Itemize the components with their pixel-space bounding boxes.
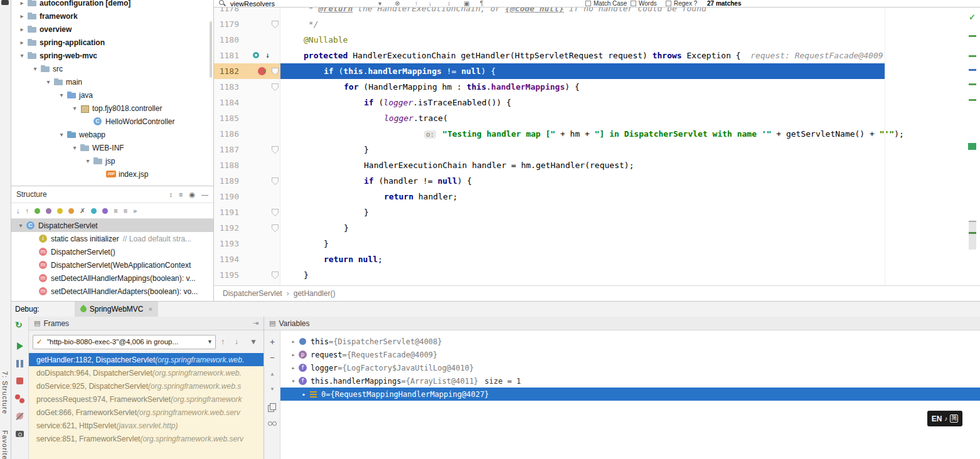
chevron-down-icon[interactable]: ▾: [31, 65, 40, 72]
line-number[interactable]: 1188: [214, 157, 239, 173]
editor-scrollbar[interactable]: [969, 221, 976, 250]
search-options-icon[interactable]: ▣: [464, 0, 469, 8]
line-number[interactable]: 1184: [214, 95, 239, 110]
line-number[interactable]: 1191: [214, 204, 239, 220]
fold-marker-icon[interactable]: [272, 177, 279, 185]
breadcrumb-class[interactable]: DispatcherServlet: [223, 289, 282, 298]
next-occurrence-icon[interactable]: ↓: [429, 0, 432, 8]
add-watch-icon[interactable]: +: [268, 337, 277, 346]
show-inherited-icon[interactable]: [35, 208, 40, 214]
project-item-helloworldcontroller[interactable]: HelloWorldController: [11, 115, 213, 128]
chevron-down-icon[interactable]: ▾: [16, 222, 25, 229]
tool-window-button-favorites[interactable]: Favorites: [1, 430, 9, 459]
structure-item-setdetectallhandleradapters-boolean-vo[interactable]: setDetectAllHandlerAdapters(boolean): vo…: [11, 285, 213, 298]
show-lambdas-icon[interactable]: [91, 208, 97, 214]
settings-icon[interactable]: ◉: [189, 191, 195, 199]
thread-selector[interactable]: ✓ "http-bio-8080-exec-3"@4,006 in group.…: [33, 335, 216, 349]
project-item-java[interactable]: ▾java: [11, 88, 213, 102]
inspection-status-icon[interactable]: ✓: [969, 13, 976, 22]
project-item-autoconfiguration-demo[interactable]: ▸autoconfiguration [demo]: [11, 0, 213, 9]
frame-item[interactable]: getHandler:1182, DispatcherServlet (org.…: [29, 353, 264, 366]
code-line-1195[interactable]: 1195}: [214, 267, 980, 283]
menu-icon[interactable]: [1, 0, 9, 5]
fold-marker-icon[interactable]: [272, 224, 279, 232]
close-tab-icon[interactable]: ×: [149, 305, 152, 313]
fold-marker-icon[interactable]: [272, 272, 279, 279]
code-line-1181[interactable]: 1181↓protected HandlerExecutionChain get…: [214, 48, 980, 63]
line-number[interactable]: 1183: [214, 79, 239, 95]
line-number[interactable]: 1189: [214, 173, 239, 189]
project-item-web-inf[interactable]: ▾WEB-INF: [11, 141, 213, 154]
line-number[interactable]: 1195: [214, 267, 239, 283]
sort-by-visibility-icon[interactable]: ↑: [26, 207, 29, 214]
line-number[interactable]: 1181: [214, 48, 239, 63]
chevron-down-icon[interactable]: ▾: [289, 377, 297, 384]
chevron-right-icon[interactable]: ▸: [289, 338, 297, 345]
structure-item-dispatcherservlet-webapplicationcontext[interactable]: DispatcherServlet(WebApplicationContext: [11, 258, 213, 272]
structure-item-dispatcherservlet[interactable]: DispatcherServlet(): [11, 245, 213, 258]
chevron-right-icon[interactable]: ▸: [18, 26, 26, 33]
navigate-down-icon[interactable]: ↓: [265, 48, 270, 63]
group-methods-icon[interactable]: ✗: [80, 207, 85, 215]
hide-frames-filter-icon[interactable]: ▼: [250, 337, 257, 346]
chevron-down-icon[interactable]: ▾: [57, 92, 66, 98]
thread-dump-icon[interactable]: [15, 429, 25, 439]
code-line-1194[interactable]: 1194return null;: [214, 251, 980, 267]
line-number[interactable]: 1187: [214, 142, 239, 157]
mute-breakpoints-icon[interactable]: [15, 411, 25, 421]
chevron-right-icon[interactable]: ▸: [18, 13, 26, 19]
search-history-icon[interactable]: ▾: [378, 0, 381, 8]
code-line-1184[interactable]: 1184if (logger.isTraceEnabled()) {: [214, 95, 980, 110]
line-number[interactable]: 1182: [214, 63, 239, 79]
regex-checkbox[interactable]: Regex ?: [666, 0, 697, 8]
code-line-1190[interactable]: 1190return handler;: [214, 189, 980, 204]
chevron-right-icon[interactable]: ▸: [18, 0, 26, 6]
chevron-right-icon[interactable]: ▸: [289, 351, 297, 358]
more-options-icon[interactable]: »: [133, 207, 137, 214]
project-item-index-jsp[interactable]: index.jsp: [11, 167, 213, 181]
project-scrollbar[interactable]: [210, 21, 212, 78]
project-item-overview[interactable]: ▸overview: [11, 23, 213, 36]
remove-watch-icon[interactable]: −: [268, 354, 277, 362]
variable-row-request[interactable]: ▸request = {RequestFacade@4009}: [280, 348, 980, 361]
code-line-1188[interactable]: 1188HandlerExecutionChain handler = hm.g…: [214, 157, 980, 173]
chevron-right-icon[interactable]: ▸: [300, 391, 308, 398]
copy-value-icon[interactable]: [268, 403, 277, 412]
show-properties-icon[interactable]: [46, 208, 51, 214]
code-line-1191[interactable]: 1191}: [214, 204, 980, 220]
fold-marker-icon[interactable]: [272, 83, 279, 91]
code-line-1189[interactable]: 1189if (handler != null) {: [214, 173, 980, 189]
search-selection-icon[interactable]: ¶: [480, 0, 483, 8]
search-filter-icon[interactable]: ↕: [447, 0, 450, 8]
code-line-1183[interactable]: 1183for (HandlerMapping hm : this.handle…: [214, 79, 980, 95]
input-language-indicator[interactable]: EN ♪ 简: [927, 411, 962, 426]
line-number[interactable]: 1185: [214, 110, 239, 126]
code-line-1192[interactable]: 1192}: [214, 220, 980, 236]
line-number[interactable]: 1179: [214, 16, 239, 32]
chevron-down-icon[interactable]: ▾: [70, 105, 79, 112]
frame-item[interactable]: doService:925, DispatcherServlet (org.sp…: [29, 379, 264, 393]
structure-item-setdetectallhandlermappings-boolean-v[interactable]: setDetectAllHandlerMappings(boolean): v.…: [11, 272, 213, 285]
chevron-right-icon[interactable]: ▸: [289, 364, 297, 371]
expand-all-icon[interactable]: ≡: [114, 207, 117, 214]
filter-icon[interactable]: ≡: [179, 191, 183, 199]
structure-item-dispatcherservlet[interactable]: ▾DispatcherServlet: [11, 219, 213, 232]
scroll-down-icon[interactable]: ▼: [268, 385, 277, 394]
chevron-down-icon[interactable]: ▾: [57, 131, 66, 138]
variable-row-this[interactable]: ▸this = {DispatcherServlet@4008}: [280, 335, 980, 348]
show-watches-icon[interactable]: [268, 419, 277, 428]
code-line-1187[interactable]: 1187}: [214, 142, 980, 157]
project-item-framework[interactable]: ▸framework: [11, 9, 213, 23]
project-item-top-fjy8018-controller[interactable]: ▾top.fjy8018.controller: [11, 102, 213, 115]
project-item-jsp[interactable]: ▾jsp: [11, 154, 213, 167]
sort-alphabetically-icon[interactable]: ↓: [16, 207, 20, 214]
rerun-icon[interactable]: ↻: [15, 320, 25, 330]
code-line-1180[interactable]: 1180@Nullable: [214, 32, 980, 48]
search-input[interactable]: viewResolvers: [230, 0, 275, 8]
line-number[interactable]: 1180: [214, 32, 239, 48]
code-line-1186[interactable]: 1186o: "Testing handler map [" + hm + "]…: [214, 126, 980, 142]
words-checkbox[interactable]: Words: [631, 0, 657, 8]
project-item-src[interactable]: ▾src: [11, 62, 213, 75]
pause-icon[interactable]: [15, 359, 25, 369]
collapse-all-icon[interactable]: ≡: [124, 207, 127, 214]
